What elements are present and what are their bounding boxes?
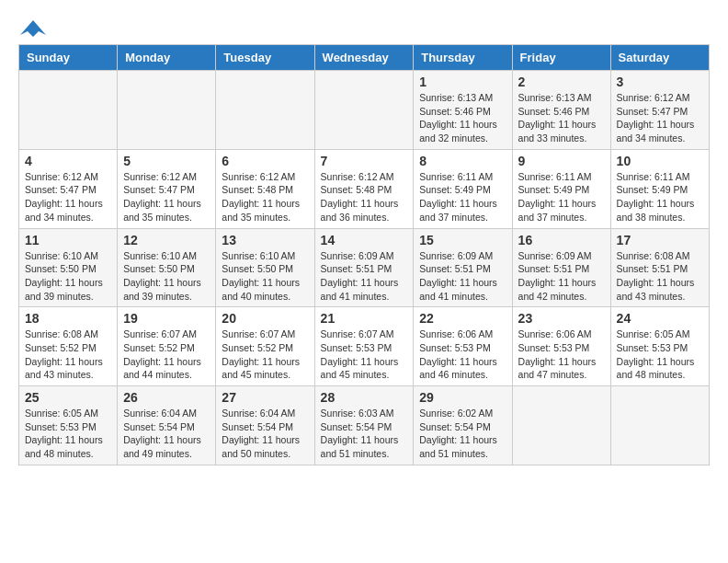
calendar-cell: 28Sunrise: 6:03 AM Sunset: 5:54 PM Dayli… [314, 386, 414, 465]
day-number: 3 [617, 75, 703, 89]
day-info: Sunrise: 6:10 AM Sunset: 5:50 PM Dayligh… [222, 249, 308, 304]
calendar-week-row: 25Sunrise: 6:05 AM Sunset: 5:53 PM Dayli… [19, 386, 710, 465]
calendar-cell: 25Sunrise: 6:05 AM Sunset: 5:53 PM Dayli… [19, 386, 118, 465]
calendar-cell [512, 386, 610, 465]
day-number: 8 [419, 154, 506, 168]
day-number: 6 [222, 154, 308, 168]
day-info: Sunrise: 6:11 AM Sunset: 5:49 PM Dayligh… [617, 170, 703, 224]
day-number: 19 [123, 311, 210, 326]
calendar-cell: 22Sunrise: 6:06 AM Sunset: 5:53 PM Dayli… [414, 307, 512, 386]
day-info: Sunrise: 6:13 AM Sunset: 5:46 PM Dayligh… [419, 91, 506, 145]
day-number: 9 [518, 154, 605, 168]
calendar-header-row: SundayMondayTuesdayWednesdayThursdayFrid… [19, 45, 710, 71]
weekday-header-friday: Friday [512, 45, 610, 71]
day-number: 14 [321, 233, 408, 247]
weekday-header-thursday: Thursday [414, 45, 512, 71]
weekday-header-wednesday: Wednesday [314, 45, 414, 71]
weekday-header-saturday: Saturday [610, 45, 709, 71]
calendar-cell: 15Sunrise: 6:09 AM Sunset: 5:51 PM Dayli… [414, 228, 512, 307]
day-number: 29 [419, 390, 506, 405]
calendar-cell: 5Sunrise: 6:12 AM Sunset: 5:47 PM Daylig… [118, 149, 216, 228]
calendar-cell: 10Sunrise: 6:11 AM Sunset: 5:49 PM Dayli… [610, 149, 709, 228]
calendar-cell: 18Sunrise: 6:08 AM Sunset: 5:52 PM Dayli… [19, 307, 118, 386]
day-number: 25 [25, 390, 111, 405]
day-number: 20 [222, 311, 308, 326]
calendar-cell: 26Sunrise: 6:04 AM Sunset: 5:54 PM Dayli… [118, 386, 216, 465]
calendar-cell [216, 71, 314, 150]
day-info: Sunrise: 6:13 AM Sunset: 5:46 PM Dayligh… [518, 91, 605, 145]
logo-bird-icon [20, 18, 46, 39]
day-number: 11 [25, 233, 111, 247]
day-number: 10 [617, 154, 703, 168]
day-info: Sunrise: 6:09 AM Sunset: 5:51 PM Dayligh… [419, 249, 506, 304]
calendar-cell: 17Sunrise: 6:08 AM Sunset: 5:51 PM Dayli… [610, 228, 709, 307]
calendar-cell: 20Sunrise: 6:07 AM Sunset: 5:52 PM Dayli… [216, 307, 314, 386]
day-info: Sunrise: 6:07 AM Sunset: 5:52 PM Dayligh… [222, 327, 308, 382]
day-info: Sunrise: 6:04 AM Sunset: 5:54 PM Dayligh… [123, 407, 210, 461]
day-info: Sunrise: 6:11 AM Sunset: 5:49 PM Dayligh… [518, 170, 605, 224]
day-number: 12 [123, 233, 210, 247]
day-info: Sunrise: 6:12 AM Sunset: 5:47 PM Dayligh… [617, 91, 703, 145]
calendar-week-row: 1Sunrise: 6:13 AM Sunset: 5:46 PM Daylig… [19, 71, 710, 150]
calendar-cell [118, 71, 216, 150]
day-info: Sunrise: 6:09 AM Sunset: 5:51 PM Dayligh… [321, 249, 408, 304]
day-number: 7 [321, 154, 408, 168]
calendar-cell: 2Sunrise: 6:13 AM Sunset: 5:46 PM Daylig… [512, 71, 610, 150]
calendar-cell: 12Sunrise: 6:10 AM Sunset: 5:50 PM Dayli… [118, 228, 216, 307]
day-info: Sunrise: 6:11 AM Sunset: 5:49 PM Dayligh… [419, 170, 506, 224]
day-info: Sunrise: 6:08 AM Sunset: 5:52 PM Dayligh… [25, 327, 111, 382]
calendar-cell: 14Sunrise: 6:09 AM Sunset: 5:51 PM Dayli… [314, 228, 414, 307]
day-number: 28 [321, 390, 408, 405]
day-number: 18 [25, 311, 111, 326]
calendar-cell: 19Sunrise: 6:07 AM Sunset: 5:52 PM Dayli… [118, 307, 216, 386]
svg-marker-0 [20, 20, 46, 37]
day-number: 17 [617, 233, 703, 247]
day-number: 27 [222, 390, 308, 405]
day-number: 21 [321, 311, 408, 326]
day-info: Sunrise: 6:08 AM Sunset: 5:51 PM Dayligh… [617, 249, 703, 304]
calendar-cell [19, 71, 118, 150]
day-info: Sunrise: 6:09 AM Sunset: 5:51 PM Dayligh… [518, 249, 605, 304]
day-number: 22 [419, 311, 506, 326]
calendar-cell: 7Sunrise: 6:12 AM Sunset: 5:48 PM Daylig… [314, 149, 414, 228]
calendar-cell: 13Sunrise: 6:10 AM Sunset: 5:50 PM Dayli… [216, 228, 314, 307]
calendar-cell: 29Sunrise: 6:02 AM Sunset: 5:54 PM Dayli… [414, 386, 512, 465]
calendar-cell: 8Sunrise: 6:11 AM Sunset: 5:49 PM Daylig… [414, 149, 512, 228]
day-info: Sunrise: 6:10 AM Sunset: 5:50 PM Dayligh… [123, 249, 210, 304]
day-number: 5 [123, 154, 210, 168]
header [18, 18, 710, 35]
day-info: Sunrise: 6:12 AM Sunset: 5:48 PM Dayligh… [222, 170, 308, 224]
calendar-cell: 11Sunrise: 6:10 AM Sunset: 5:50 PM Dayli… [19, 228, 118, 307]
calendar-cell: 3Sunrise: 6:12 AM Sunset: 5:47 PM Daylig… [610, 71, 709, 150]
day-number: 13 [222, 233, 308, 247]
day-number: 26 [123, 390, 210, 405]
day-number: 1 [419, 75, 506, 89]
calendar-cell: 6Sunrise: 6:12 AM Sunset: 5:48 PM Daylig… [216, 149, 314, 228]
day-info: Sunrise: 6:12 AM Sunset: 5:47 PM Dayligh… [123, 170, 210, 224]
day-info: Sunrise: 6:05 AM Sunset: 5:53 PM Dayligh… [617, 327, 703, 382]
day-info: Sunrise: 6:07 AM Sunset: 5:53 PM Dayligh… [321, 327, 408, 382]
day-info: Sunrise: 6:05 AM Sunset: 5:53 PM Dayligh… [25, 407, 111, 461]
day-number: 2 [518, 75, 605, 89]
day-number: 24 [617, 311, 703, 326]
day-info: Sunrise: 6:06 AM Sunset: 5:53 PM Dayligh… [419, 327, 506, 382]
calendar-week-row: 18Sunrise: 6:08 AM Sunset: 5:52 PM Dayli… [19, 307, 710, 386]
calendar-cell: 27Sunrise: 6:04 AM Sunset: 5:54 PM Dayli… [216, 386, 314, 465]
day-info: Sunrise: 6:10 AM Sunset: 5:50 PM Dayligh… [25, 249, 111, 304]
calendar-week-row: 11Sunrise: 6:10 AM Sunset: 5:50 PM Dayli… [19, 228, 710, 307]
weekday-header-tuesday: Tuesday [216, 45, 314, 71]
day-number: 4 [25, 154, 111, 168]
calendar-cell: 21Sunrise: 6:07 AM Sunset: 5:53 PM Dayli… [314, 307, 414, 386]
day-number: 23 [518, 311, 605, 326]
logo [18, 18, 46, 35]
day-info: Sunrise: 6:03 AM Sunset: 5:54 PM Dayligh… [321, 407, 408, 461]
day-info: Sunrise: 6:07 AM Sunset: 5:52 PM Dayligh… [123, 327, 210, 382]
day-info: Sunrise: 6:12 AM Sunset: 5:48 PM Dayligh… [321, 170, 408, 224]
calendar-cell: 16Sunrise: 6:09 AM Sunset: 5:51 PM Dayli… [512, 228, 610, 307]
calendar-cell [610, 386, 709, 465]
day-number: 15 [419, 233, 506, 247]
calendar-table: SundayMondayTuesdayWednesdayThursdayFrid… [18, 44, 710, 465]
day-info: Sunrise: 6:12 AM Sunset: 5:47 PM Dayligh… [25, 170, 111, 224]
weekday-header-monday: Monday [118, 45, 216, 71]
day-info: Sunrise: 6:04 AM Sunset: 5:54 PM Dayligh… [222, 407, 308, 461]
